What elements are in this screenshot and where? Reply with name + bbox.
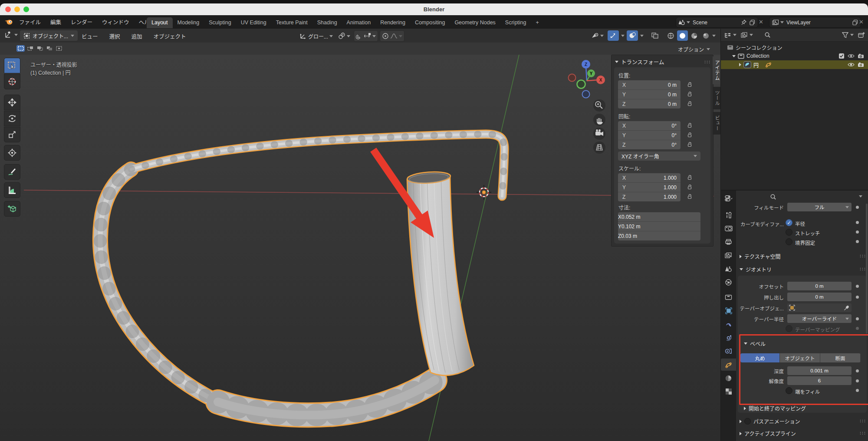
collection-camera-icon[interactable]	[858, 53, 864, 59]
sidebar-tab-tool[interactable]: ツール	[713, 87, 721, 109]
viewlayer-browse-chevron[interactable]	[780, 21, 784, 23]
filter-icon[interactable]	[842, 32, 848, 38]
gizmo-minus-y-axis[interactable]	[577, 80, 585, 89]
shading-solid-button[interactable]	[677, 30, 688, 41]
unlink-scene-icon[interactable]: ✕	[759, 19, 763, 25]
rotate-tool[interactable]	[4, 111, 20, 126]
select-mode-subtract-icon[interactable]	[36, 45, 44, 52]
radius-checkbox[interactable]: ✓	[786, 219, 792, 226]
menu-add[interactable]: 追加	[132, 32, 142, 40]
shading-chevron[interactable]	[712, 35, 716, 37]
annotate-tool[interactable]	[4, 164, 20, 180]
outliner-row-circle-object[interactable]: 円	[721, 60, 868, 69]
menu-edit[interactable]: 編集	[50, 18, 61, 26]
lock-rotation-z-icon[interactable]	[687, 142, 693, 148]
path-animation-drag-handle[interactable]	[859, 419, 865, 423]
dimension-z-field[interactable]: Z0.03 m	[618, 231, 700, 240]
rotation-y-field[interactable]: Y0°	[618, 131, 681, 140]
transform-tool[interactable]	[4, 145, 20, 161]
lock-location-z-icon[interactable]	[687, 101, 693, 107]
active-spline-drag-handle[interactable]	[859, 431, 865, 435]
add-primitive-tool[interactable]	[4, 201, 20, 217]
pivot-point-dropdown[interactable]	[336, 31, 352, 41]
bevel-resolution-field[interactable]: 6	[787, 376, 852, 385]
stretch-keyframe-dot[interactable]	[856, 230, 859, 234]
lock-scale-z-icon[interactable]	[687, 194, 693, 200]
lock-location-x-icon[interactable]	[687, 82, 693, 88]
geometry-drag-handle[interactable]	[859, 267, 865, 271]
transform-panel-header[interactable]: トランスフォーム	[615, 58, 664, 66]
stretch-checkbox[interactable]	[786, 229, 792, 236]
dimension-x-field[interactable]: X0.052 m	[618, 212, 700, 222]
radius-keyframe-dot[interactable]	[856, 221, 859, 224]
offset-field[interactable]: 0 m	[787, 282, 852, 290]
proportional-edit-controls[interactable]	[380, 30, 404, 42]
new-collection-icon[interactable]	[858, 32, 865, 38]
tab-output-properties[interactable]	[721, 236, 736, 248]
tab-tool-properties[interactable]	[721, 209, 736, 221]
lock-scale-y-icon[interactable]	[687, 184, 693, 190]
bevel-depth-field[interactable]: 0.001 m	[787, 366, 852, 375]
tab-sculpting[interactable]: Sculpting	[204, 17, 236, 28]
tab-animation[interactable]: Animation	[342, 17, 376, 28]
gizmo-minus-z-axis[interactable]	[582, 91, 590, 98]
taper-radius-dropdown[interactable]: オーバーライド	[787, 314, 852, 323]
properties-search-icon[interactable]	[770, 194, 776, 200]
options-dropdown[interactable]: オプション	[678, 46, 710, 53]
collection-expand-icon[interactable]	[732, 55, 736, 57]
mode-selector[interactable]: オブジェクト...	[20, 30, 78, 41]
panel-drag-handle[interactable]	[704, 60, 710, 64]
menu-file[interactable]: ファイル	[19, 18, 41, 26]
fill-mode-dropdown[interactable]: フル	[787, 203, 852, 211]
collection-checkbox[interactable]	[838, 53, 845, 59]
tab-add-workspace[interactable]: +	[531, 17, 544, 28]
extrude-keyframe-dot[interactable]	[856, 296, 859, 299]
lock-scale-x-icon[interactable]	[687, 174, 693, 181]
start-end-mapping-section[interactable]: 開始と終了のマッピング	[744, 405, 806, 412]
tab-viewlayer-properties[interactable]	[721, 249, 736, 261]
fill-caps-keyframe-dot[interactable]	[856, 389, 859, 392]
tab-texture-properties[interactable]	[721, 385, 736, 398]
lock-rotation-x-icon[interactable]	[687, 122, 693, 128]
rotation-x-field[interactable]: X0°	[618, 121, 681, 131]
object-hide-eye-icon[interactable]	[848, 62, 855, 67]
outliner-editor-icon[interactable]	[724, 32, 731, 38]
duplicate-scene-icon[interactable]	[750, 20, 755, 25]
extrude-field[interactable]: 0 m	[787, 293, 852, 301]
rotation-mode-dropdown[interactable]: XYZ オイラー角	[618, 151, 700, 161]
show-gizmo-toggle[interactable]	[608, 30, 619, 41]
outliner-search-icon[interactable]	[764, 32, 771, 38]
show-overlays-toggle[interactable]	[627, 30, 638, 41]
bevel-depth-keyframe-dot[interactable]	[856, 369, 859, 372]
tab-modifier-properties[interactable]	[721, 318, 736, 330]
location-z-field[interactable]: Z0 m	[618, 99, 681, 109]
scale-x-field[interactable]: X1.000	[618, 173, 681, 183]
filter-chevron[interactable]	[850, 34, 854, 36]
bounds-clamp-checkbox[interactable]	[786, 238, 792, 245]
bevel-mode-profile[interactable]: 断面	[820, 353, 861, 362]
select-mode-intersect-icon[interactable]	[55, 45, 63, 52]
active-spline-section[interactable]: アクティブスプライン	[740, 430, 796, 437]
outliner-display-chevron[interactable]	[750, 34, 753, 36]
tab-scene-properties[interactable]	[721, 263, 736, 275]
location-x-field[interactable]: X0 m	[618, 80, 681, 90]
blender-logo-icon[interactable]	[4, 19, 13, 26]
geometry-section[interactable]: ジオメトリ	[740, 266, 772, 273]
zoom-view-button[interactable]	[593, 99, 605, 112]
bevel-mode-round[interactable]: 丸め	[740, 353, 780, 362]
bevel-section[interactable]: ベベル	[744, 340, 766, 347]
scene-name[interactable]: Scene	[693, 20, 741, 26]
shading-rendered-button[interactable]	[700, 30, 711, 41]
path-animation-section[interactable]: パスアニメーション	[740, 418, 800, 425]
outliner-row-scene-collection[interactable]: シーンコレクション	[721, 43, 868, 52]
taper-mapping-keyframe-dot[interactable]	[856, 327, 859, 330]
sidebar-tab-view[interactable]: ビュー	[713, 112, 721, 135]
cursor-tool[interactable]	[4, 74, 20, 89]
menu-view[interactable]: ビュー	[82, 32, 98, 40]
lock-location-y-icon[interactable]	[687, 91, 693, 97]
overlays-chevron[interactable]	[640, 35, 644, 37]
tab-render-properties[interactable]	[721, 222, 736, 234]
editor-type-button[interactable]	[4, 31, 18, 39]
tab-object-properties[interactable]	[721, 305, 736, 317]
tab-layout[interactable]: Layout	[147, 17, 173, 28]
